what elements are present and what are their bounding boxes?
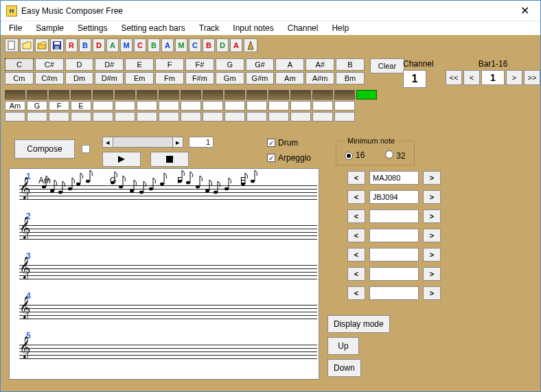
- slot-value[interactable]: Am: [5, 101, 25, 111]
- position-value[interactable]: 1: [189, 137, 214, 148]
- slot-bottom[interactable]: [181, 112, 201, 122]
- preset-next-button[interactable]: >: [423, 229, 441, 242]
- compose-button[interactable]: Compose: [14, 139, 75, 159]
- preset-prev-button[interactable]: <: [347, 267, 365, 281]
- pattern-button-2[interactable]: D: [93, 38, 105, 52]
- preset-next-button[interactable]: >: [423, 209, 441, 223]
- pattern-button-4[interactable]: M: [120, 38, 133, 52]
- slot-bottom[interactable]: [312, 112, 333, 122]
- channel-value[interactable]: 1: [403, 70, 426, 88]
- compose-checkbox[interactable]: [82, 145, 90, 153]
- scroll-left-icon[interactable]: ◂: [102, 137, 113, 148]
- chord-f[interactable]: F: [155, 58, 184, 71]
- slot-bottom[interactable]: [137, 112, 157, 122]
- chord-csharpm[interactable]: C#m: [35, 72, 64, 84]
- chord-dsharpm[interactable]: D#m: [95, 72, 124, 84]
- slot-cap[interactable]: [137, 90, 157, 100]
- chord-g[interactable]: G: [216, 58, 244, 71]
- slot-cap[interactable]: [268, 90, 289, 100]
- slot-bottom[interactable]: [71, 112, 91, 122]
- slot-cap[interactable]: [159, 90, 179, 100]
- slot-value[interactable]: [312, 101, 333, 111]
- preset-prev-button[interactable]: <: [347, 171, 365, 185]
- chord-d[interactable]: D: [65, 58, 94, 71]
- slot-value[interactable]: [334, 101, 355, 111]
- menu-file[interactable]: File: [3, 22, 27, 34]
- clear-button[interactable]: Clear: [370, 58, 404, 73]
- save-icon[interactable]: [50, 38, 64, 52]
- close-icon[interactable]: ✕: [515, 1, 535, 20]
- pattern-button-12[interactable]: A: [230, 38, 242, 52]
- slot-cap[interactable]: [93, 90, 113, 100]
- slot-cap[interactable]: [71, 90, 91, 100]
- slot-bottom[interactable]: [49, 112, 69, 122]
- menu-track[interactable]: Track: [194, 22, 225, 34]
- chord-asharp[interactable]: A#: [306, 58, 334, 71]
- chord-gsharp[interactable]: G#: [246, 58, 275, 71]
- display-mode-button[interactable]: Display mode: [327, 315, 390, 333]
- chord-gm[interactable]: Gm: [216, 72, 244, 84]
- chord-fsharp[interactable]: F#: [185, 58, 214, 71]
- chord-b[interactable]: B: [336, 58, 365, 71]
- slot-cap[interactable]: [5, 90, 25, 100]
- slot-bottom[interactable]: [93, 112, 113, 122]
- slot-bottom[interactable]: [290, 112, 311, 122]
- menu-input-notes[interactable]: Input notes: [227, 22, 279, 34]
- pattern-button-11[interactable]: D: [216, 38, 229, 52]
- pattern-button-8[interactable]: M: [175, 38, 187, 52]
- slot-bottom[interactable]: [27, 112, 47, 122]
- chord-am[interactable]: Am: [275, 72, 304, 84]
- metronome-icon[interactable]: [244, 38, 257, 52]
- slot-bottom[interactable]: [246, 112, 267, 122]
- slot-value[interactable]: [268, 101, 289, 111]
- pattern-button-6[interactable]: B: [148, 38, 160, 52]
- chord-cm[interactable]: Cm: [5, 72, 34, 84]
- preset-next-button[interactable]: >: [423, 171, 441, 185]
- menu-setting-each-bars[interactable]: Setting each bars: [115, 22, 190, 34]
- menu-sample[interactable]: Sample: [30, 22, 69, 34]
- slot-value[interactable]: [115, 101, 135, 111]
- slot-value[interactable]: [181, 101, 201, 111]
- slot-cap[interactable]: [115, 90, 135, 100]
- bar-last-button[interactable]: >>: [524, 70, 540, 85]
- min-note-16[interactable]: 16: [345, 150, 365, 161]
- bar-value[interactable]: 1: [481, 70, 505, 85]
- slot-bottom[interactable]: [159, 112, 179, 122]
- bar-first-button[interactable]: <<: [446, 70, 462, 85]
- preset-input[interactable]: MAJ080: [369, 171, 419, 185]
- preset-next-button[interactable]: >: [423, 286, 441, 300]
- slot-value[interactable]: [137, 101, 157, 111]
- slot-bottom[interactable]: [203, 112, 223, 122]
- slot-cap[interactable]: [181, 90, 201, 100]
- pattern-button-7[interactable]: A: [161, 38, 174, 52]
- slot-value[interactable]: [246, 101, 267, 111]
- slot-cap[interactable]: [290, 90, 311, 100]
- slot-value[interactable]: [203, 101, 223, 111]
- chord-em[interactable]: Em: [125, 72, 154, 84]
- preset-prev-button[interactable]: <: [347, 248, 365, 262]
- slot-bottom[interactable]: [115, 112, 135, 122]
- drum-checkbox[interactable]: ✓Drum: [267, 138, 311, 148]
- chord-bm[interactable]: Bm: [336, 72, 365, 84]
- slot-cap[interactable]: [203, 90, 223, 100]
- chord-fm[interactable]: Fm: [155, 72, 184, 84]
- pattern-button-9[interactable]: C: [189, 38, 201, 52]
- chord-asharpm[interactable]: A#m: [306, 72, 334, 84]
- slot-cap[interactable]: [246, 90, 267, 100]
- open-icon[interactable]: [20, 38, 34, 52]
- slot-cap[interactable]: [334, 90, 355, 100]
- preset-input[interactable]: JBJ094: [369, 190, 419, 204]
- chord-e[interactable]: E: [125, 58, 154, 71]
- slot-value[interactable]: F: [49, 101, 69, 111]
- slot-value[interactable]: E: [71, 101, 91, 111]
- chord-c[interactable]: C: [5, 58, 34, 71]
- new-icon[interactable]: [5, 38, 19, 52]
- preset-next-button[interactable]: >: [423, 190, 441, 204]
- menu-channel[interactable]: Channel: [282, 22, 324, 34]
- open2-icon[interactable]: [35, 38, 49, 52]
- preset-input[interactable]: [369, 286, 419, 300]
- arpeggio-checkbox[interactable]: ✓Arpeggio: [267, 153, 311, 163]
- slot-bottom[interactable]: [268, 112, 289, 122]
- slot-value[interactable]: [225, 101, 245, 111]
- slot-bottom[interactable]: [5, 112, 25, 122]
